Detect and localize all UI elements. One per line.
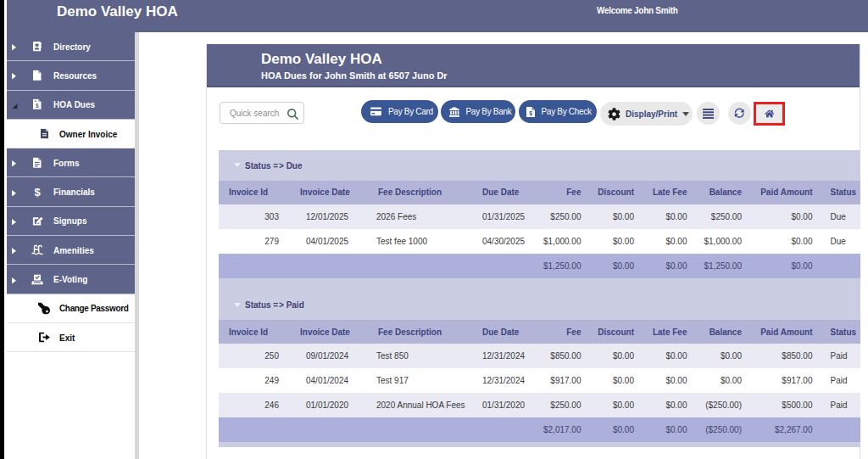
svg-text:$: $ [529,109,532,116]
svg-text:$: $ [36,103,39,109]
